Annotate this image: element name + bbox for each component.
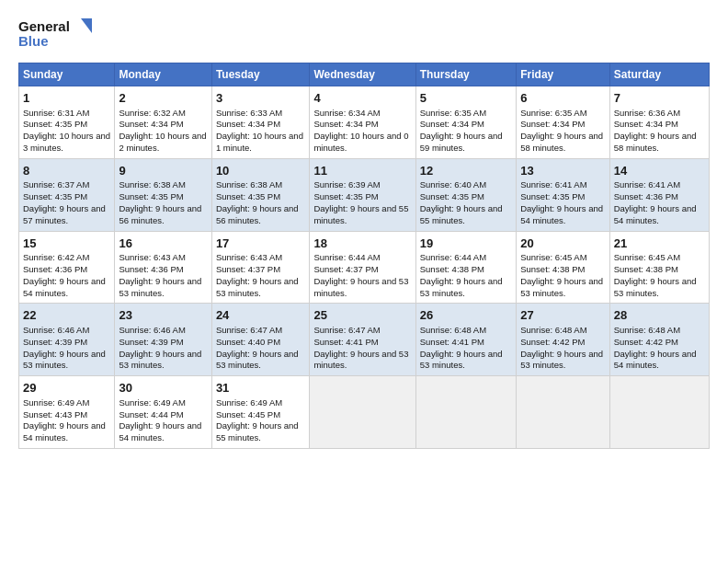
daylight-text: Daylight: 9 hours and 54 minutes. [520, 203, 603, 225]
sunrise-text: Sunrise: 6:44 AM [420, 252, 486, 262]
sunset-text: Sunset: 4:38 PM [420, 264, 484, 274]
sunset-text: Sunset: 4:42 PM [520, 337, 585, 347]
daylight-text: Daylight: 9 hours and 58 minutes. [614, 131, 697, 153]
daylight-text: Daylight: 9 hours and 54 minutes. [614, 203, 697, 225]
calendar-cell: 24Sunrise: 6:47 AMSunset: 4:40 PMDayligh… [211, 304, 310, 376]
calendar-week-5: 29Sunrise: 6:49 AMSunset: 4:43 PMDayligh… [19, 376, 710, 449]
daylight-text: Daylight: 9 hours and 59 minutes. [420, 131, 503, 153]
calendar-cell: 4Sunrise: 6:34 AMSunset: 4:34 PMDaylight… [310, 86, 415, 159]
day-number: 4 [313, 90, 411, 107]
sunrise-text: Sunrise: 6:47 AM [313, 325, 380, 335]
calendar-cell: 16Sunrise: 6:43 AMSunset: 4:36 PMDayligh… [115, 231, 211, 304]
sunset-text: Sunset: 4:34 PM [420, 119, 484, 129]
day-number: 16 [119, 236, 207, 252]
calendar-cell: 25Sunrise: 6:47 AMSunset: 4:41 PMDayligh… [310, 304, 415, 376]
day-number: 29 [23, 380, 110, 396]
calendar-week-3: 15Sunrise: 6:42 AMSunset: 4:36 PMDayligh… [19, 231, 710, 304]
calendar-cell: 13Sunrise: 6:41 AMSunset: 4:35 PMDayligh… [517, 158, 609, 231]
daylight-text: Daylight: 10 hours and 1 minute. [216, 131, 303, 153]
calendar-cell [415, 376, 516, 449]
sunrise-text: Sunrise: 6:33 AM [216, 108, 282, 118]
daylight-text: Daylight: 9 hours and 55 minutes. [313, 203, 408, 225]
sunrise-text: Sunrise: 6:49 AM [119, 397, 185, 408]
logo: General Blue [18, 15, 92, 53]
daylight-text: Daylight: 9 hours and 53 minutes. [313, 349, 408, 371]
calendar-table: SundayMondayTuesdayWednesdayThursdayFrid… [18, 63, 710, 449]
calendar-cell: 27Sunrise: 6:48 AMSunset: 4:42 PMDayligh… [517, 304, 609, 376]
calendar-week-1: 1Sunrise: 6:31 AMSunset: 4:35 PMDaylight… [19, 86, 710, 159]
day-number: 31 [216, 380, 306, 396]
calendar-cell: 29Sunrise: 6:49 AMSunset: 4:43 PMDayligh… [19, 376, 115, 449]
sunset-text: Sunset: 4:40 PM [216, 337, 280, 347]
calendar-cell: 20Sunrise: 6:45 AMSunset: 4:38 PMDayligh… [517, 231, 609, 304]
sunrise-text: Sunrise: 6:34 AM [313, 108, 380, 118]
daylight-text: Daylight: 9 hours and 53 minutes. [216, 349, 299, 371]
sunrise-text: Sunrise: 6:46 AM [119, 325, 185, 335]
calendar-cell: 11Sunrise: 6:39 AMSunset: 4:35 PMDayligh… [310, 158, 415, 231]
daylight-text: Daylight: 9 hours and 53 minutes. [23, 349, 106, 371]
sunset-text: Sunset: 4:45 PM [216, 409, 280, 419]
sunrise-text: Sunrise: 6:49 AM [23, 397, 89, 408]
calendar-cell: 6Sunrise: 6:35 AMSunset: 4:34 PMDaylight… [517, 86, 609, 159]
daylight-text: Daylight: 9 hours and 53 minutes. [216, 276, 299, 298]
calendar-cell [310, 376, 415, 449]
sunrise-text: Sunrise: 6:46 AM [23, 325, 89, 335]
sunset-text: Sunset: 4:36 PM [119, 264, 183, 274]
sunset-text: Sunset: 4:39 PM [23, 337, 87, 347]
day-number: 13 [520, 163, 605, 179]
daylight-text: Daylight: 10 hours and 2 minutes. [119, 131, 206, 153]
daylight-text: Daylight: 9 hours and 53 minutes. [614, 276, 697, 298]
calendar-cell: 10Sunrise: 6:38 AMSunset: 4:35 PMDayligh… [211, 158, 310, 231]
calendar-cell: 18Sunrise: 6:44 AMSunset: 4:37 PMDayligh… [310, 231, 415, 304]
calendar-cell: 23Sunrise: 6:46 AMSunset: 4:39 PMDayligh… [115, 304, 211, 376]
calendar-cell: 22Sunrise: 6:46 AMSunset: 4:39 PMDayligh… [19, 304, 115, 376]
day-number: 22 [23, 307, 110, 324]
header-cell-wednesday: Wednesday [310, 63, 415, 86]
day-number: 18 [313, 236, 411, 252]
sunrise-text: Sunrise: 6:31 AM [23, 108, 89, 118]
day-number: 8 [23, 163, 110, 179]
daylight-text: Daylight: 9 hours and 54 minutes. [23, 276, 106, 298]
calendar-cell: 30Sunrise: 6:49 AMSunset: 4:44 PMDayligh… [115, 376, 211, 449]
calendar-cell: 28Sunrise: 6:48 AMSunset: 4:42 PMDayligh… [609, 304, 709, 376]
sunset-text: Sunset: 4:35 PM [520, 191, 585, 201]
sunset-text: Sunset: 4:43 PM [23, 409, 87, 419]
day-number: 28 [614, 307, 705, 324]
calendar-cell: 26Sunrise: 6:48 AMSunset: 4:41 PMDayligh… [415, 304, 516, 376]
daylight-text: Daylight: 9 hours and 54 minutes. [119, 420, 201, 442]
sunset-text: Sunset: 4:34 PM [119, 119, 183, 129]
sunset-text: Sunset: 4:37 PM [216, 264, 280, 274]
sunset-text: Sunset: 4:36 PM [23, 264, 87, 274]
sunrise-text: Sunrise: 6:42 AM [23, 252, 89, 262]
daylight-text: Daylight: 9 hours and 53 minutes. [520, 276, 603, 298]
day-number: 30 [119, 380, 207, 396]
calendar-cell [517, 376, 609, 449]
header-cell-thursday: Thursday [415, 63, 516, 86]
sunrise-text: Sunrise: 6:44 AM [313, 252, 380, 262]
header-cell-saturday: Saturday [609, 63, 709, 86]
sunrise-text: Sunrise: 6:35 AM [520, 108, 586, 118]
calendar-cell: 15Sunrise: 6:42 AMSunset: 4:36 PMDayligh… [19, 231, 115, 304]
sunset-text: Sunset: 4:39 PM [119, 337, 183, 347]
sunset-text: Sunset: 4:38 PM [520, 264, 585, 274]
header-cell-monday: Monday [115, 63, 211, 86]
sunset-text: Sunset: 4:34 PM [614, 119, 678, 129]
daylight-text: Daylight: 9 hours and 53 minutes. [420, 349, 503, 371]
header-cell-sunday: Sunday [19, 63, 115, 86]
sunrise-text: Sunrise: 6:37 AM [23, 179, 89, 190]
day-number: 19 [420, 236, 512, 252]
calendar-cell: 5Sunrise: 6:35 AMSunset: 4:34 PMDaylight… [415, 86, 516, 159]
sunset-text: Sunset: 4:44 PM [119, 409, 183, 419]
sunset-text: Sunset: 4:34 PM [216, 119, 280, 129]
sunrise-text: Sunrise: 6:45 AM [614, 252, 680, 262]
sunset-text: Sunset: 4:42 PM [614, 337, 678, 347]
day-number: 26 [420, 307, 512, 324]
sunrise-text: Sunrise: 6:48 AM [520, 325, 586, 335]
sunrise-text: Sunrise: 6:32 AM [119, 108, 185, 118]
sunrise-text: Sunrise: 6:43 AM [216, 252, 282, 262]
sunset-text: Sunset: 4:34 PM [520, 119, 585, 129]
day-number: 3 [216, 90, 306, 107]
day-number: 2 [119, 90, 207, 107]
calendar-cell: 3Sunrise: 6:33 AMSunset: 4:34 PMDaylight… [211, 86, 310, 159]
sunset-text: Sunset: 4:35 PM [119, 191, 183, 201]
